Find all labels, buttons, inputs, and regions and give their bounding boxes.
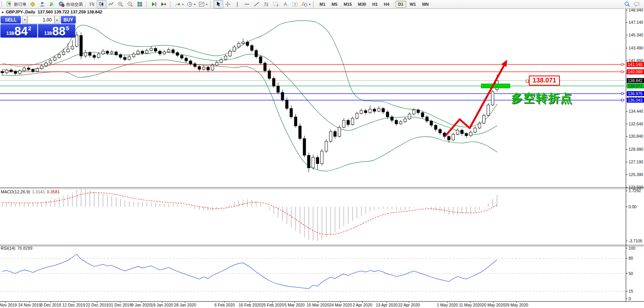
styler-button[interactable] [28, 0, 38, 8]
auto-scroll-button[interactable] [149, 0, 159, 8]
volume-increase-button[interactable]: ▲ [55, 16, 60, 24]
price-callout-box[interactable]: 138.071 [529, 76, 560, 86]
zoom-in-button[interactable] [116, 0, 126, 8]
candle-body [408, 114, 411, 119]
time-tick-label: 24 Nov 2019 [18, 303, 41, 307]
indicators-menu-button[interactable]: ▾ [173, 0, 185, 8]
one-click-trading-panel: SELL ▼ 1.00 ▲ BUY 138 84 2 138 88 5 [0, 16, 76, 38]
candle-body [299, 126, 301, 138]
fibonacci-tool-button[interactable]: fE [262, 0, 271, 8]
timeframe-button-h4[interactable]: H4 [381, 1, 392, 8]
candle-body [329, 132, 332, 142]
chart-shift-button[interactable] [159, 0, 169, 8]
chat-button[interactable] [632, 0, 642, 8]
signals-button[interactable] [47, 0, 57, 8]
shapes-menu-button[interactable]: ▾ [300, 0, 312, 8]
price-level-badge-label: 136.975 [628, 91, 642, 96]
candle-body [334, 132, 336, 137]
vertical-line-tool-button[interactable] [233, 0, 242, 8]
support-highlight-bar[interactable] [481, 84, 510, 88]
candle-body [290, 109, 293, 117]
time-tick-label: 24 Mar 2020 [329, 303, 352, 307]
symbol-marker-icon: ▲ [1, 10, 4, 14]
time-tick-label: 9 Jan 2020 [131, 303, 151, 307]
crosshair-tool-button[interactable] [223, 0, 233, 8]
time-tick-label: 5 Mar 2020 [284, 303, 305, 307]
rsi-tick-label: 15 [629, 289, 633, 293]
candle-body [132, 54, 135, 57]
new-order-button[interactable]: 新订单 [5, 0, 28, 8]
chart-header: ▲ GBPJPY-,Daily 137.560 139.722 137.259 … [1, 10, 104, 14]
candle-body [106, 51, 109, 53]
buy-button[interactable]: BUY [61, 16, 76, 24]
timeframe-button-w1[interactable]: W1 [407, 1, 419, 8]
candle-body [399, 122, 402, 124]
channel-tool-button[interactable]: F [271, 0, 281, 8]
candle-body [207, 67, 209, 70]
candles-icon [98, 1, 105, 7]
candle-body [137, 51, 139, 54]
volume-decrease-button[interactable]: ▼ [22, 16, 27, 24]
price-tick-label: 130.840 [629, 134, 643, 138]
candle-body [49, 60, 52, 63]
candle-body [211, 65, 214, 70]
chevron-down-icon: ▾ [182, 3, 184, 6]
label-tool-button[interactable]: T [290, 0, 300, 8]
candle-body [286, 100, 288, 109]
callout-anchor-handle[interactable] [526, 80, 529, 83]
timeframe-button-mn[interactable]: MN [419, 1, 431, 8]
time-tick-label: 13 Apr 2020 [376, 303, 398, 307]
candle-body [452, 134, 455, 140]
candlestick-chart-button[interactable] [97, 0, 106, 8]
search-button[interactable] [622, 0, 632, 8]
turning-point-note[interactable]: 多空转折点 [511, 91, 573, 106]
text-tool-button[interactable]: A [281, 0, 290, 8]
profile-icon [39, 1, 46, 7]
line-chart-button[interactable] [106, 0, 116, 8]
rsi-name: RSI(14) [1, 246, 15, 250]
candle-body [167, 50, 170, 52]
buy-price-display[interactable]: 138 88 5 [38, 24, 75, 38]
ohlc-readout: 137.560 139.722 137.259 138.842 [38, 10, 102, 14]
timeframe-button-m1[interactable]: M1 [317, 1, 328, 8]
macd-tick-label: 1.7292 [629, 188, 641, 193]
autotrading-button[interactable]: 自动交易 [57, 0, 84, 8]
candle-body [220, 59, 223, 62]
timeframe-button-h1[interactable]: H1 [369, 1, 380, 8]
line-handle[interactable] [621, 64, 623, 66]
time-tick-label: 31 Dec 2019 [109, 303, 132, 307]
chart-surface[interactable]: 148.940147.140145.340143.490141.690139.8… [0, 0, 644, 308]
candle-body [303, 138, 306, 155]
cursor-tool-button[interactable] [214, 0, 223, 8]
line-handle[interactable] [621, 99, 623, 101]
vline-icon [234, 1, 241, 7]
candle-body [1, 71, 4, 73]
volume-input[interactable]: 1.00 [27, 16, 54, 24]
candle-body [84, 53, 87, 56]
candle-body [237, 43, 240, 47]
line-handle[interactable] [621, 93, 623, 95]
templates-menu-button[interactable]: ▾ [197, 0, 209, 8]
bar-chart-button[interactable] [87, 0, 97, 8]
zoom-out-button[interactable] [126, 0, 135, 8]
candle-body [268, 71, 271, 78]
sell-price-small: 138 [7, 31, 14, 36]
sell-price-sup: 2 [28, 25, 31, 31]
horizontal-line-tool-button[interactable] [242, 0, 252, 8]
candle-body [421, 113, 424, 117]
timeframe-button-d1[interactable]: D1 [396, 1, 406, 8]
sell-button[interactable]: SELL [0, 16, 21, 24]
tile-windows-button[interactable] [135, 0, 145, 8]
candle-body [373, 109, 376, 111]
timeframe-button-m15[interactable]: M15 [341, 1, 354, 8]
periods-menu-button[interactable]: ▾ [185, 0, 197, 8]
candle-body [242, 42, 245, 44]
sell-price-display[interactable]: 138 84 2 [0, 24, 37, 38]
timeframe-button-m30[interactable]: M30 [355, 1, 369, 8]
community-button[interactable] [38, 0, 47, 8]
trendline-tool-button[interactable] [252, 0, 262, 8]
candle-body [102, 51, 104, 54]
line-handle[interactable] [621, 71, 623, 73]
candle-body [487, 105, 490, 115]
timeframe-button-m5[interactable]: M5 [329, 1, 340, 8]
